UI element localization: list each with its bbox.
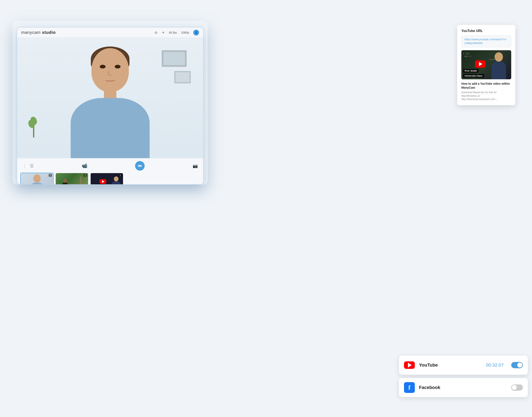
youtube-stream-name: YouTube [419,362,482,368]
thumbnail-class-label: University Class [463,74,484,78]
brightness-icon[interactable]: ✦ [162,30,165,35]
fps-display: 60 fps [169,31,177,34]
controls-left: ⋮ ☰ [22,163,34,168]
menu-icon[interactable]: ⋮ [22,163,27,168]
facebook-stream-toggle[interactable] [511,385,523,391]
youtube-toggle-knob [517,363,522,368]
facebook-stream-logo: f [404,382,415,393]
list-icon[interactable]: ☰ [30,163,34,168]
youtube-video-description: Download ManyCam for free for Mac/Window… [461,91,511,101]
controls-bar: ⋮ ☰ 📹 📷 [20,160,200,172]
thumbnail-1[interactable]: 1 [20,173,54,185]
video-preview [17,38,203,158]
stream-item-facebook: f Facebook [399,378,528,397]
thumb-prof-label: Prof. Smith [91,184,103,185]
youtube-video-title: How to add a YouTube video within ManyCa… [461,82,511,89]
titlebar: manycam studio ⊕ ✦ 60 fps 1080p 👤 [17,27,203,38]
thumbnail-person [490,52,507,79]
thumbnail-3[interactable]: Prof. Smith University Class 3 [90,173,123,185]
youtube-url-card-title: YouTube URL [461,29,511,33]
broadcast-button[interactable] [135,161,145,171]
resolution-display: 1080p [181,31,189,34]
record-icon[interactable]: 📹 [82,163,87,168]
manycam-window: manycam studio ⊕ ✦ 60 fps 1080p 👤 [17,27,204,185]
video-thumbnail-play-button[interactable] [475,60,486,68]
stream-item-youtube: YouTube 00:32:07 [399,355,528,375]
app-logo: manycam studio [21,30,56,35]
thumbnail-number-1: 1 [49,174,52,177]
room-plant [30,117,38,137]
thumbnail-prof-label: Prof. Smith [463,69,478,73]
screenshot-icon[interactable]: 📷 [193,163,198,168]
titlebar-controls: ⊕ ✦ 60 fps 1080p 👤 [154,30,199,35]
wall-frame-2 [174,71,191,83]
thumbnail-2[interactable]: 2 [55,173,88,185]
youtube-stream-toggle[interactable] [511,362,523,368]
facebook-toggle-knob [512,385,517,390]
thumb-youtube-play [99,179,106,184]
streaming-panel: YouTube 00:32:07 f Facebook [399,355,528,400]
thumbnail-number-3: 3 [119,174,122,177]
bottom-controls: ⋮ ☰ 📹 📷 [17,158,203,185]
facebook-stream-name: Facebook [419,385,499,390]
thumbnail-number-2: 2 [84,174,87,177]
youtube-video-thumbnail[interactable]: E = Σ∑∫ ∂f/∂x = λ² ∮ V·dA Prof. Smith Un… [461,50,511,79]
youtube-url-input[interactable]: https://www.youtube.com/watch?v=Za96ynNW… [461,35,511,47]
youtube-stream-logo [404,360,415,371]
zoom-icon[interactable]: ⊕ [154,30,158,35]
youtube-stream-timer: 00:32:07 [486,362,504,368]
youtube-logo-icon [404,361,415,369]
wall-frame-1 [162,50,187,67]
facebook-logo-icon: f [404,382,415,393]
person-video [66,42,154,158]
youtube-url-card: YouTube URL https://www.youtube.com/watc… [457,25,515,105]
app-name-bold: studio [42,30,56,35]
source-thumbnail-strip: 1 2 [20,172,200,185]
user-avatar[interactable]: 👤 [193,30,199,35]
